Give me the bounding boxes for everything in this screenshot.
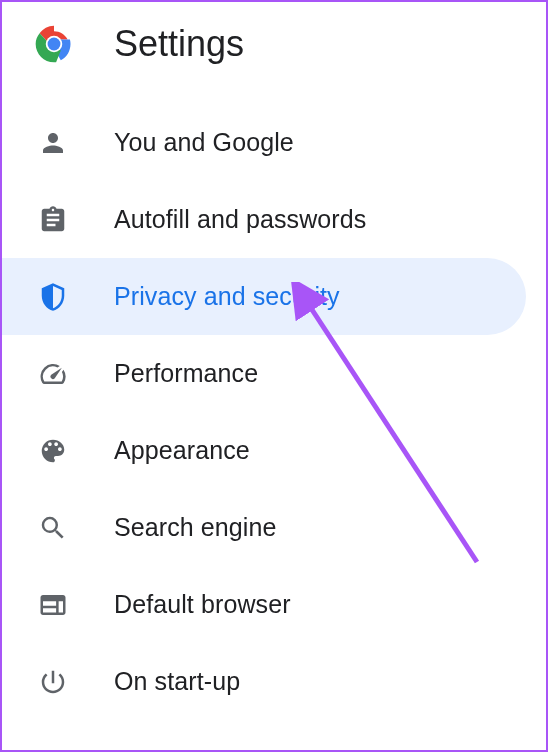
svg-point-2 <box>48 38 61 51</box>
browser-icon <box>38 590 68 620</box>
nav-item-you-and-google[interactable]: You and Google <box>2 104 546 181</box>
settings-nav: You and Google Autofill and passwords Pr… <box>2 94 546 720</box>
palette-icon <box>38 436 68 466</box>
nav-label: Search engine <box>114 513 277 542</box>
search-icon <box>38 513 68 543</box>
shield-icon <box>38 282 68 312</box>
nav-item-search-engine[interactable]: Search engine <box>2 489 546 566</box>
clipboard-icon <box>38 205 68 235</box>
nav-label: Performance <box>114 359 258 388</box>
nav-item-autofill[interactable]: Autofill and passwords <box>2 181 546 258</box>
power-icon <box>38 667 68 697</box>
page-title: Settings <box>114 23 244 65</box>
nav-label: Autofill and passwords <box>114 205 366 234</box>
nav-label: You and Google <box>114 128 294 157</box>
nav-label: Default browser <box>114 590 291 619</box>
person-icon <box>38 128 68 158</box>
nav-item-privacy[interactable]: Privacy and security <box>2 258 526 335</box>
nav-item-startup[interactable]: On start-up <box>2 643 546 720</box>
nav-item-appearance[interactable]: Appearance <box>2 412 546 489</box>
nav-label: Privacy and security <box>114 282 340 311</box>
nav-label: Appearance <box>114 436 250 465</box>
nav-item-performance[interactable]: Performance <box>2 335 546 412</box>
chrome-logo-icon <box>32 22 76 66</box>
nav-item-default-browser[interactable]: Default browser <box>2 566 546 643</box>
speedometer-icon <box>38 359 68 389</box>
nav-label: On start-up <box>114 667 240 696</box>
settings-header: Settings <box>2 2 546 94</box>
